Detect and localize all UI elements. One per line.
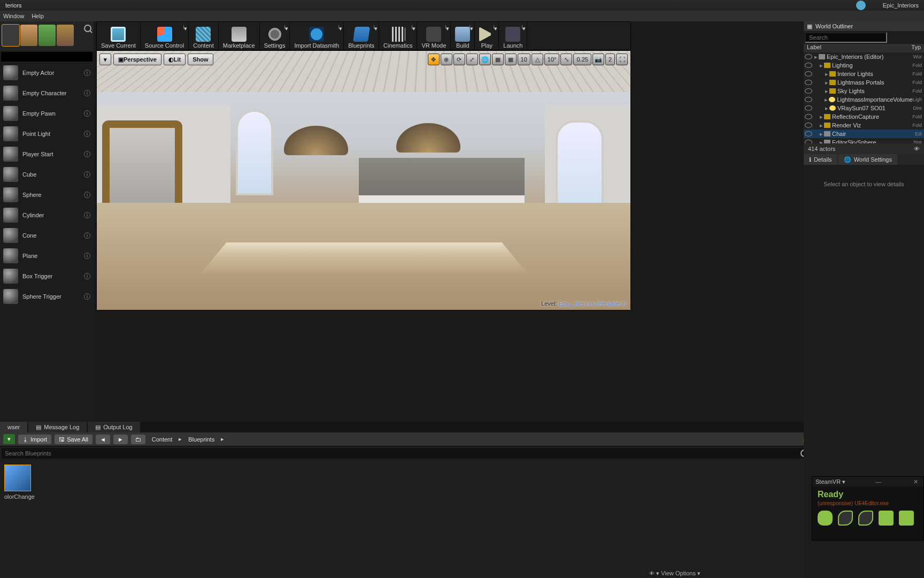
market-button[interactable]: Marketplace xyxy=(219,22,260,50)
visibility-icon[interactable] xyxy=(805,63,812,68)
tab-world-settings[interactable]: 🌐 World Settings xyxy=(838,154,897,165)
expand-icon[interactable]: ▸ xyxy=(819,113,824,120)
actor-item[interactable]: Empty Characteri xyxy=(0,83,94,103)
translate-mode-button[interactable]: ⊕ xyxy=(441,54,452,65)
chevron-down-icon[interactable]: ▾ xyxy=(183,25,187,29)
select-mode-button[interactable]: ✥ xyxy=(428,54,440,65)
minimize-button[interactable]: — xyxy=(873,478,883,485)
expand-icon[interactable]: ▸ xyxy=(824,71,829,78)
visibility-icon[interactable] xyxy=(805,71,812,77)
rotate-mode-button[interactable]: ⟳ xyxy=(453,54,465,65)
history-back-button[interactable]: ◄ xyxy=(96,435,110,444)
camera-speed-value[interactable]: 2 xyxy=(605,54,615,65)
import-button[interactable]: ⭳ Import xyxy=(18,435,51,444)
maximize-viewport-button[interactable]: ⛶ xyxy=(616,54,628,65)
expand-icon[interactable]: ▸ xyxy=(819,131,824,138)
visibility-icon[interactable] xyxy=(805,140,812,143)
asset-item[interactable]: olorChange xyxy=(4,465,32,500)
chevron-down-icon[interactable]: ▾ xyxy=(374,25,378,29)
content-button[interactable]: Content xyxy=(189,22,219,50)
info-icon[interactable]: i xyxy=(84,192,90,198)
perspective-button[interactable]: ▣ Perspective xyxy=(113,54,161,65)
chevron-down-icon[interactable]: ▾ xyxy=(412,25,415,29)
mode-landscape[interactable] xyxy=(20,25,37,46)
steamvr-window[interactable]: SteamVR ▾ — ✕ Ready (unresponsive) UE4Ed… xyxy=(812,476,924,541)
chevron-down-icon[interactable]: ▾ xyxy=(338,25,342,29)
angle-snap-value[interactable]: 10° xyxy=(544,54,560,65)
expand-icon[interactable]: ▸ xyxy=(824,105,829,112)
tab-details[interactable]: ℹ Details xyxy=(804,154,837,165)
actor-search[interactable] xyxy=(1,52,93,62)
tab-output-log[interactable]: ▤ Output Log xyxy=(88,422,140,432)
scale-snap-button[interactable]: ⤡ xyxy=(560,54,572,65)
visibility-icon[interactable] xyxy=(805,114,812,119)
visibility-icon[interactable] xyxy=(805,105,812,111)
menu-help[interactable]: Help xyxy=(32,13,44,19)
actor-item[interactable]: Cylinderi xyxy=(0,205,94,225)
outliner-node[interactable]: ▸ReflectionCaptureFold xyxy=(804,112,924,121)
folder-icon[interactable]: 🗀 xyxy=(131,435,145,444)
scale-mode-button[interactable]: ⤢ xyxy=(466,54,478,65)
level-viewport[interactable]: ▾ ▣ Perspective ◐ Lit Show ✥ ⊕ ⟳ ⤢ 🌐 ▦ ▦… xyxy=(96,50,631,310)
actor-item[interactable]: Player Starti xyxy=(0,144,94,164)
grid-snap-button[interactable]: ▦ xyxy=(505,54,517,65)
tab-world-outliner[interactable]: ▦ World Outliner xyxy=(804,21,924,31)
outliner-node[interactable]: ▸Sky LightsFold xyxy=(804,87,924,95)
outliner-node[interactable]: ▸LightmassImportanceVolumeLigh xyxy=(804,95,924,104)
expand-icon[interactable]: ▸ xyxy=(819,139,824,144)
show-button[interactable]: Show xyxy=(188,54,213,65)
info-icon[interactable]: i xyxy=(84,232,90,239)
blueprints-button[interactable]: Blueprints▾ xyxy=(344,22,379,50)
info-icon[interactable]: i xyxy=(84,293,90,300)
visibility-icon[interactable] xyxy=(805,123,812,128)
visibility-icon[interactable] xyxy=(805,88,812,94)
info-icon[interactable]: i xyxy=(84,171,90,178)
visibility-icon[interactable] xyxy=(805,80,812,85)
actor-item[interactable]: Box Triggeri xyxy=(0,266,94,286)
settings-button[interactable]: Settings▾ xyxy=(260,22,290,50)
actor-item[interactable]: Empty Actori xyxy=(0,63,94,83)
outliner-search[interactable] xyxy=(805,32,887,43)
outliner-node[interactable]: ▸EditorSkySphereStat xyxy=(804,138,924,143)
visibility-icon[interactable] xyxy=(805,131,812,136)
breadcrumb[interactable]: Content xyxy=(149,436,176,443)
outliner-node[interactable]: ▸Epic_Interiors (Editor)Wor xyxy=(804,52,924,61)
info-icon[interactable]: i xyxy=(84,131,90,137)
search-icon[interactable] xyxy=(84,25,91,32)
angle-snap-button[interactable]: △ xyxy=(532,54,543,65)
expand-icon[interactable]: ▸ xyxy=(823,96,829,103)
cine-button[interactable]: Cinematics▾ xyxy=(379,22,417,50)
play-button[interactable]: Play▾ xyxy=(475,22,499,50)
info-icon[interactable]: i xyxy=(84,151,90,157)
expand-icon[interactable]: ▸ xyxy=(819,62,824,69)
outliner-node[interactable]: ▸ChairEdi xyxy=(804,130,924,138)
info-icon[interactable]: i xyxy=(84,212,90,218)
content-search[interactable]: Search Blueprints xyxy=(2,448,811,459)
visibility-icon[interactable] xyxy=(805,54,812,59)
chevron-down-icon[interactable]: ▾ xyxy=(522,25,526,29)
outliner-node[interactable]: ▸Lightmass PortalsFold xyxy=(804,78,924,87)
build-button[interactable]: Build▾ xyxy=(451,22,475,50)
history-fwd-button[interactable]: ► xyxy=(113,435,128,444)
chevron-down-icon[interactable]: ▾ xyxy=(469,25,473,29)
actor-item[interactable]: Spherei xyxy=(0,185,94,205)
view-options-button[interactable]: 👁 ▾ View Options ▾ xyxy=(649,570,700,577)
actor-item[interactable]: Empty Pawni xyxy=(0,103,94,124)
vr-button[interactable]: VR Mode▾ xyxy=(417,22,451,50)
close-button[interactable]: ✕ xyxy=(911,478,920,485)
expand-icon[interactable]: ▸ xyxy=(819,122,824,129)
outliner-node[interactable]: ▸Interior LightsFold xyxy=(804,70,924,78)
expand-icon[interactable]: ▸ xyxy=(813,54,819,60)
outliner-node[interactable]: ▸VRaySun07 SO01Dire xyxy=(804,104,924,112)
save-button[interactable]: Save Current xyxy=(97,22,141,50)
add-new-button[interactable]: ▾ xyxy=(3,434,15,444)
mode-place[interactable] xyxy=(2,25,19,46)
outliner-node[interactable]: ▸Render VizFold xyxy=(804,121,924,130)
coord-space-button[interactable]: 🌐 xyxy=(479,54,491,65)
actor-item[interactable]: Conei xyxy=(0,225,94,246)
actor-item[interactable]: Planei xyxy=(0,246,94,266)
outliner-tree[interactable]: ▸Epic_Interiors (Editor)Wor▸LightingFold… xyxy=(804,52,924,143)
info-icon[interactable]: i xyxy=(84,110,90,117)
save-all-button[interactable]: 🖫 Save All xyxy=(55,435,93,444)
actor-item[interactable]: Point Lighti xyxy=(0,124,94,144)
